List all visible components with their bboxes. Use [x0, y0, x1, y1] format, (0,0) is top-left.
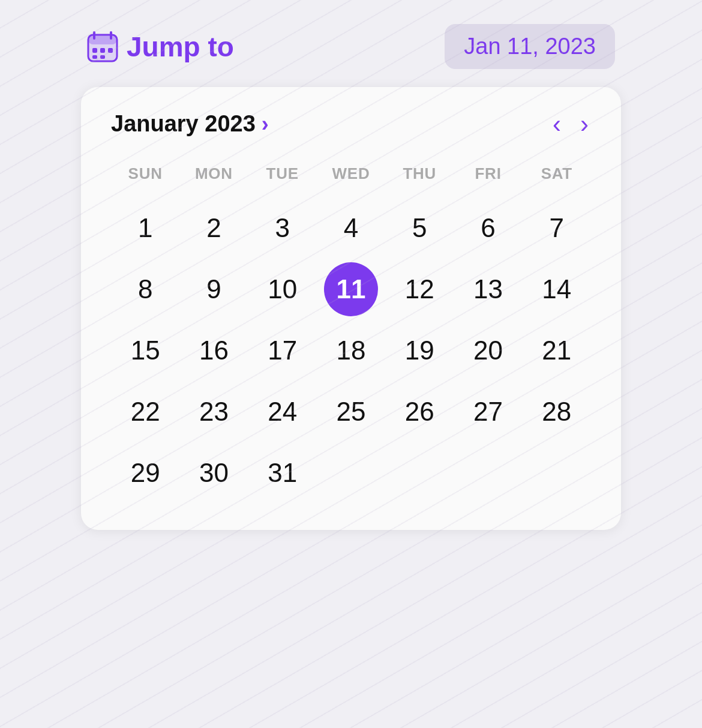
day-number: 7 [530, 201, 584, 255]
day-cell[interactable]: 15 [111, 323, 179, 378]
day-number: 23 [187, 385, 241, 439]
day-number: 5 [392, 201, 446, 255]
day-number: 18 [324, 323, 378, 378]
day-number: 2 [187, 201, 241, 255]
weekday-mon: MON [179, 158, 248, 195]
day-cell[interactable]: 8 [111, 262, 179, 316]
day-number: 15 [118, 323, 172, 378]
day-cell[interactable]: 5 [385, 201, 454, 255]
day-cell[interactable]: 30 [179, 446, 248, 500]
selected-date-badge[interactable]: Jan 11, 2023 [445, 24, 615, 69]
day-cell [385, 446, 454, 500]
svg-rect-9 [100, 55, 105, 59]
day-cell [523, 446, 591, 500]
day-cell[interactable]: 18 [317, 323, 385, 378]
day-cell[interactable]: 20 [454, 323, 522, 378]
calendar-header: January 2023 › ‹ › [111, 111, 591, 137]
svg-rect-4 [110, 31, 112, 40]
day-cell[interactable]: 12 [385, 262, 454, 316]
weekday-tue: TUE [248, 158, 317, 195]
day-cell[interactable]: 22 [111, 385, 179, 439]
day-number: 4 [324, 201, 378, 255]
svg-rect-7 [108, 48, 113, 53]
day-number: 3 [256, 201, 310, 255]
day-cell[interactable]: 17 [248, 323, 317, 378]
month-year-button[interactable]: January 2023 › [111, 111, 269, 137]
day-number: 13 [461, 262, 515, 316]
day-cell[interactable]: 3 [248, 201, 317, 255]
day-cell[interactable]: 14 [523, 262, 591, 316]
month-year-label: January 2023 [111, 111, 256, 137]
day-cell[interactable]: 25 [317, 385, 385, 439]
day-number: 24 [256, 385, 310, 439]
day-number: 26 [392, 385, 446, 439]
day-number: 21 [530, 323, 584, 378]
day-number: 28 [530, 385, 584, 439]
day-number: 12 [392, 262, 446, 316]
day-number: 1 [118, 201, 172, 255]
day-cell [317, 446, 385, 500]
day-cell[interactable]: 31 [248, 446, 317, 500]
svg-rect-2 [88, 35, 117, 44]
day-cell[interactable]: 28 [523, 385, 591, 439]
days-grid: 1234567891011121314151617181920212223242… [111, 201, 591, 500]
prev-month-button[interactable]: ‹ [550, 112, 563, 137]
day-number: 16 [187, 323, 241, 378]
day-cell[interactable]: 26 [385, 385, 454, 439]
day-cell[interactable]: 10 [248, 262, 317, 316]
day-number: 22 [118, 385, 172, 439]
day-cell[interactable]: 29 [111, 446, 179, 500]
day-cell[interactable]: 11 [317, 262, 385, 316]
day-cell [454, 446, 522, 500]
day-cell[interactable]: 1 [111, 201, 179, 255]
day-number: 19 [392, 323, 446, 378]
day-cell[interactable]: 23 [179, 385, 248, 439]
day-number: 14 [530, 262, 584, 316]
nav-buttons: ‹ › [550, 112, 591, 137]
jump-to-label: Jump to [127, 31, 234, 63]
day-cell[interactable]: 24 [248, 385, 317, 439]
calendar-container: January 2023 › ‹ › SUN MON TUE WED THU F… [81, 87, 621, 530]
svg-rect-5 [92, 48, 97, 53]
day-cell[interactable]: 21 [523, 323, 591, 378]
day-cell[interactable]: 2 [179, 201, 248, 255]
weekday-sun: SUN [111, 158, 179, 195]
day-number: 29 [118, 446, 172, 500]
jump-to-section: Jump to [87, 31, 234, 63]
day-cell[interactable]: 9 [179, 262, 248, 316]
day-number: 20 [461, 323, 515, 378]
day-cell[interactable]: 7 [523, 201, 591, 255]
day-cell[interactable]: 6 [454, 201, 522, 255]
weekday-wed: WED [317, 158, 385, 195]
calendar-icon [87, 31, 118, 62]
day-number: 25 [324, 385, 378, 439]
weekday-thu: THU [385, 158, 454, 195]
day-number: 6 [461, 201, 515, 255]
day-number: 10 [256, 262, 310, 316]
svg-rect-8 [92, 55, 97, 59]
day-cell[interactable]: 27 [454, 385, 522, 439]
svg-rect-3 [93, 31, 95, 40]
day-number: 9 [187, 262, 241, 316]
day-cell[interactable]: 4 [317, 201, 385, 255]
day-number: 30 [187, 446, 241, 500]
weekdays-row: SUN MON TUE WED THU FRI SAT [111, 158, 591, 195]
svg-rect-6 [100, 48, 105, 53]
day-number: 17 [256, 323, 310, 378]
selected-day-number: 11 [324, 262, 378, 316]
day-number: 27 [461, 385, 515, 439]
day-cell[interactable]: 16 [179, 323, 248, 378]
day-cell[interactable]: 19 [385, 323, 454, 378]
day-cell[interactable]: 13 [454, 262, 522, 316]
month-year-chevron-icon: › [262, 112, 269, 137]
weekday-sat: SAT [523, 158, 591, 195]
day-number: 31 [256, 446, 310, 500]
next-month-button[interactable]: › [578, 112, 591, 137]
weekday-fri: FRI [454, 158, 522, 195]
header: Jump to Jan 11, 2023 [81, 24, 621, 69]
day-number: 8 [118, 262, 172, 316]
